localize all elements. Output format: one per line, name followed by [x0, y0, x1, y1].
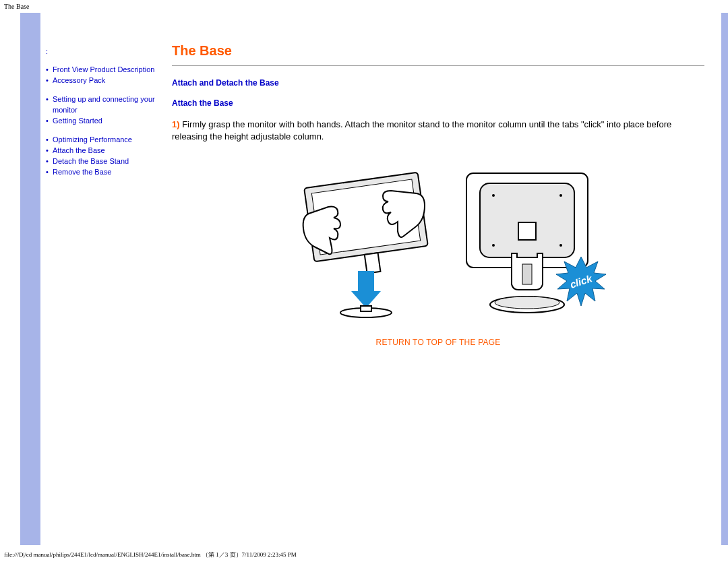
sidebar-item-attach-base[interactable]: • Attach the Base [46, 145, 158, 156]
bullet-icon: • [46, 75, 53, 86]
document-header-label: The Base [0, 0, 728, 13]
svg-point-9 [492, 194, 495, 197]
sidebar-link-label[interactable]: Remove the Base [53, 166, 111, 177]
sidebar-link-label[interactable]: Optimizing Performance [53, 134, 132, 145]
step-text: Firmly grasp the monitor with both hands… [172, 119, 671, 142]
sidebar-colon: : [46, 46, 158, 56]
sidebar-item-remove-base[interactable]: • Remove the Base [46, 166, 158, 177]
sidebar-link-label[interactable]: Getting Started [53, 115, 102, 126]
sidebar-item-setting-up[interactable]: • Setting up and connecting your monitor [46, 94, 158, 115]
bullet-icon: • [46, 156, 53, 166]
svg-rect-13 [518, 222, 536, 240]
step-1: 1) Firmly grasp the monitor with both ha… [172, 119, 704, 143]
right-accent-bar [721, 13, 728, 545]
sidebar-item-detach-base-stand[interactable]: • Detach the Base Stand [46, 156, 158, 166]
sidebar-item-front-view[interactable]: • Front View Product Description [46, 64, 158, 75]
sidebar-group-2: • Setting up and connecting your monitor… [46, 94, 158, 126]
sidebar-item-getting-started[interactable]: • Getting Started [46, 115, 158, 126]
sidebar-link-label[interactable]: Accessory Pack [53, 75, 105, 86]
sidebar-group-3: • Optimizing Performance • Attach the Ba… [46, 134, 158, 177]
click-starburst-icon: click [555, 255, 607, 308]
svg-point-16 [495, 296, 559, 309]
svg-point-12 [559, 244, 562, 247]
section-heading-attach-detach: Attach and Detach the Base [172, 78, 704, 88]
page-layout: : • Front View Product Description • Acc… [0, 13, 728, 545]
sidebar-group-1: • Front View Product Description • Acces… [46, 64, 158, 86]
page-title: The Base [172, 43, 704, 59]
svg-rect-14 [522, 264, 532, 284]
svg-rect-3 [358, 271, 374, 291]
figure-attach-step-1 [278, 156, 454, 320]
sidebar-item-optimizing[interactable]: • Optimizing Performance [46, 134, 158, 145]
base-stand-icon [340, 306, 392, 317]
bullet-icon: • [46, 134, 53, 145]
svg-rect-2 [365, 253, 381, 274]
title-rule [172, 65, 704, 66]
figure-area: click RETURN TO TOP OF THE PAGE [172, 156, 704, 347]
sidebar-nav: : • Front View Product Description • Acc… [40, 13, 162, 545]
svg-rect-6 [361, 306, 371, 311]
sidebar-link-label[interactable]: Detach the Base Stand [53, 156, 129, 166]
sidebar-item-accessory-pack[interactable]: • Accessory Pack [46, 75, 158, 86]
left-accent-bar [20, 13, 40, 545]
section-heading-attach: Attach the Base [172, 98, 704, 108]
svg-point-10 [559, 194, 562, 197]
bullet-icon: • [46, 145, 53, 156]
step-number: 1) [172, 119, 180, 129]
main-content: The Base Attach and Detach the Base Atta… [162, 13, 721, 545]
figure-attach-step-2: click [456, 163, 598, 320]
sidebar-link-label[interactable]: Setting up and connecting your monitor [53, 94, 158, 115]
sidebar-link-label[interactable]: Front View Product Description [53, 64, 154, 75]
bullet-icon: • [46, 115, 53, 126]
down-arrow-icon [351, 271, 381, 308]
bullet-icon: • [46, 64, 53, 75]
bullet-icon: • [46, 166, 53, 177]
monitor-hands-illustration [278, 156, 454, 318]
sidebar-link-label[interactable]: Attach the Base [53, 145, 105, 156]
svg-point-11 [492, 244, 495, 247]
return-to-top-link[interactable]: RETURN TO TOP OF THE PAGE [172, 338, 704, 347]
footer-file-path: file:///D|/cd manual/philips/244E1/lcd/m… [0, 548, 728, 562]
bullet-icon: • [46, 94, 53, 115]
